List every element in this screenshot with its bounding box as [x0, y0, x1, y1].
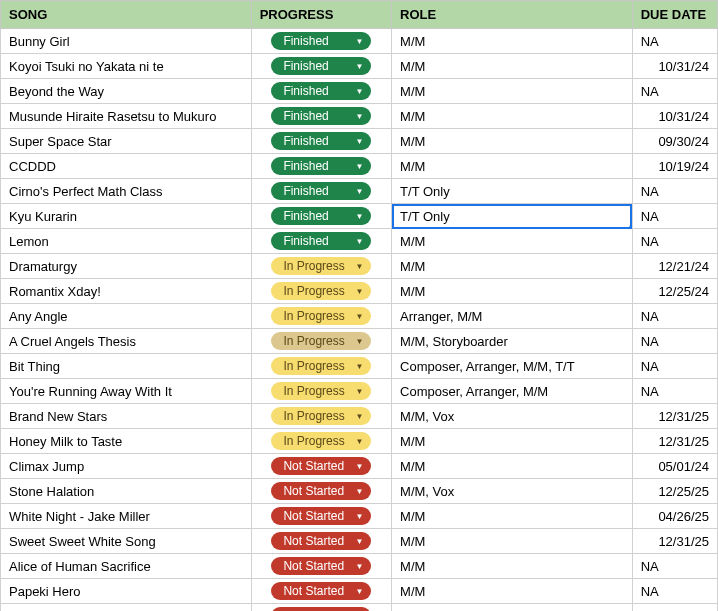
progress-pill[interactable]: Finished▼: [271, 232, 371, 250]
cell-song[interactable]: Stone Halation: [1, 479, 252, 504]
chevron-down-icon[interactable]: ▼: [355, 287, 363, 296]
cell-progress[interactable]: In Progress▼: [251, 379, 391, 404]
progress-pill[interactable]: Not Started▼: [271, 607, 371, 611]
cell-progress[interactable]: Finished▼: [251, 79, 391, 104]
progress-pill[interactable]: In Progress▼: [271, 257, 371, 275]
cell-role[interactable]: Composer, Arranger, M/M, T/T: [392, 354, 633, 379]
cell-progress[interactable]: Not Started▼: [251, 504, 391, 529]
cell-progress[interactable]: Finished▼: [251, 29, 391, 54]
cell-role[interactable]: M/M: [392, 229, 633, 254]
cell-due-date[interactable]: NA: [632, 579, 717, 604]
cell-progress[interactable]: In Progress▼: [251, 304, 391, 329]
chevron-down-icon[interactable]: ▼: [355, 312, 363, 321]
cell-due-date[interactable]: 12/31/25: [632, 429, 717, 454]
cell-progress[interactable]: Not Started▼: [251, 554, 391, 579]
cell-progress[interactable]: In Progress▼: [251, 404, 391, 429]
cell-due-date[interactable]: 09/30/24: [632, 129, 717, 154]
cell-role[interactable]: M/M: [392, 454, 633, 479]
chevron-down-icon[interactable]: ▼: [355, 412, 363, 421]
cell-progress[interactable]: Not Started▼: [251, 579, 391, 604]
cell-song[interactable]: Koyoi Tsuki no Yakata ni te: [1, 54, 252, 79]
cell-due-date[interactable]: 12/31/25: [632, 529, 717, 554]
chevron-down-icon[interactable]: ▼: [355, 237, 363, 246]
cell-role[interactable]: T/T Only: [392, 179, 633, 204]
cell-song[interactable]: Dramaturgy: [1, 254, 252, 279]
cell-due-date[interactable]: 10/31/24: [632, 104, 717, 129]
cell-song[interactable]: CCDDD: [1, 154, 252, 179]
cell-song[interactable]: A Cruel Angels Thesis: [1, 329, 252, 354]
cell-song[interactable]: Super Space Star: [1, 129, 252, 154]
progress-pill[interactable]: Finished▼: [271, 57, 371, 75]
progress-pill[interactable]: Finished▼: [271, 107, 371, 125]
progress-pill[interactable]: In Progress▼: [271, 382, 371, 400]
progress-pill[interactable]: In Progress▼: [271, 307, 371, 325]
chevron-down-icon[interactable]: ▼: [355, 187, 363, 196]
cell-role[interactable]: M/M, Vox: [392, 404, 633, 429]
progress-pill[interactable]: Finished▼: [271, 157, 371, 175]
cell-due-date[interactable]: 12/31/25: [632, 404, 717, 429]
cell-due-date[interactable]: 04/26/25: [632, 504, 717, 529]
cell-song[interactable]: Bit Thing: [1, 354, 252, 379]
cell-due-date[interactable]: NA: [632, 79, 717, 104]
chevron-down-icon[interactable]: ▼: [355, 112, 363, 121]
cell-role[interactable]: T/T Only: [392, 204, 633, 229]
cell-due-date[interactable]: NA: [632, 554, 717, 579]
cell-role[interactable]: M/M: [392, 504, 633, 529]
cell-role[interactable]: M/M, Storyboarder: [392, 329, 633, 354]
progress-pill[interactable]: In Progress▼: [271, 282, 371, 300]
cell-due-date[interactable]: NA: [632, 354, 717, 379]
chevron-down-icon[interactable]: ▼: [355, 362, 363, 371]
cell-song[interactable]: You're Running Away With It: [1, 379, 252, 404]
progress-pill[interactable]: Finished▼: [271, 207, 371, 225]
progress-pill[interactable]: Not Started▼: [271, 457, 371, 475]
cell-progress[interactable]: In Progress▼: [251, 354, 391, 379]
cell-song[interactable]: Musunde Hiraite Rasetsu to Mukuro: [1, 104, 252, 129]
chevron-down-icon[interactable]: ▼: [355, 212, 363, 221]
chevron-down-icon[interactable]: ▼: [355, 62, 363, 71]
cell-song[interactable]: Brand New Stars: [1, 404, 252, 429]
cell-song[interactable]: Kyu Kurarin: [1, 204, 252, 229]
chevron-down-icon[interactable]: ▼: [355, 387, 363, 396]
header-due[interactable]: DUE DATE: [632, 1, 717, 29]
cell-due-date[interactable]: NA: [632, 29, 717, 54]
header-progress[interactable]: PROGRESS: [251, 1, 391, 29]
cell-due-date[interactable]: NA: [632, 179, 717, 204]
chevron-down-icon[interactable]: ▼: [355, 462, 363, 471]
cell-progress[interactable]: Not Started▼: [251, 454, 391, 479]
cell-role[interactable]: M/M: [392, 579, 633, 604]
cell-role[interactable]: M/M: [392, 154, 633, 179]
cell-due-date[interactable]: 12/25/24: [632, 279, 717, 304]
cell-progress[interactable]: Not Started▼: [251, 529, 391, 554]
cell-progress[interactable]: In Progress▼: [251, 254, 391, 279]
progress-pill[interactable]: In Progress▼: [271, 432, 371, 450]
progress-pill[interactable]: Not Started▼: [271, 557, 371, 575]
cell-role[interactable]: M/M: [392, 29, 633, 54]
progress-pill[interactable]: Not Started▼: [271, 582, 371, 600]
cell-role[interactable]: M/M: [392, 79, 633, 104]
chevron-down-icon[interactable]: ▼: [355, 162, 363, 171]
chevron-down-icon[interactable]: ▼: [355, 512, 363, 521]
cell-due-date[interactable]: NA: [632, 379, 717, 404]
cell-due-date[interactable]: NA: [632, 329, 717, 354]
cell-role[interactable]: M/M: [392, 279, 633, 304]
progress-pill[interactable]: Not Started▼: [271, 507, 371, 525]
progress-pill[interactable]: In Progress▼: [271, 407, 371, 425]
chevron-down-icon[interactable]: ▼: [355, 487, 363, 496]
progress-pill[interactable]: Finished▼: [271, 132, 371, 150]
cell-due-date[interactable]: NA: [632, 204, 717, 229]
chevron-down-icon[interactable]: ▼: [355, 87, 363, 96]
cell-progress[interactable]: In Progress▼: [251, 429, 391, 454]
cell-role[interactable]: M/M: [392, 554, 633, 579]
chevron-down-icon[interactable]: ▼: [355, 587, 363, 596]
cell-song[interactable]: Sweet Sweet White Song: [1, 529, 252, 554]
cell-due-date[interactable]: NA: [632, 304, 717, 329]
progress-pill[interactable]: Finished▼: [271, 182, 371, 200]
cell-progress[interactable]: Finished▼: [251, 104, 391, 129]
cell-song[interactable]: Romantix Xday!: [1, 279, 252, 304]
cell-role[interactable]: Composer, Arranger, M/M: [392, 379, 633, 404]
cell-due-date[interactable]: 10/19/24: [632, 154, 717, 179]
cell-song[interactable]: White Night - Jake Miller: [1, 504, 252, 529]
cell-song[interactable]: Any Angle: [1, 304, 252, 329]
progress-pill[interactable]: In Progress▼: [271, 332, 371, 350]
chevron-down-icon[interactable]: ▼: [355, 337, 363, 346]
